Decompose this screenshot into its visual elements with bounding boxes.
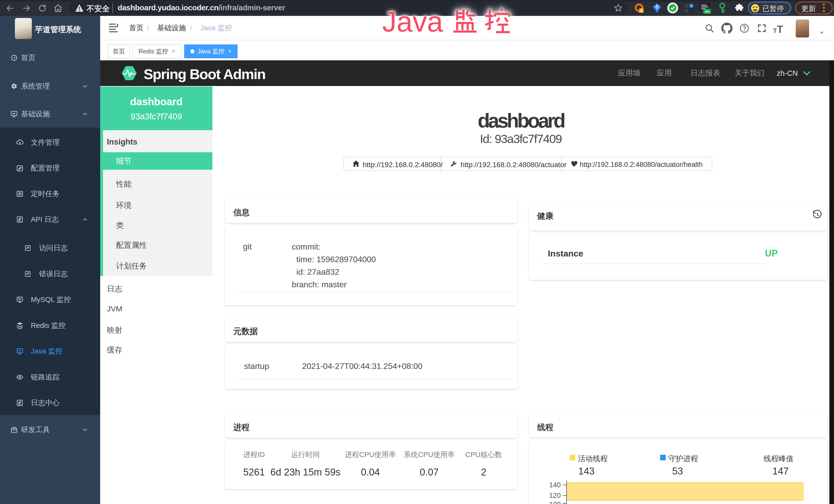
svg-text:1: 1 [640, 8, 642, 13]
svg-text:on: on [705, 9, 709, 13]
